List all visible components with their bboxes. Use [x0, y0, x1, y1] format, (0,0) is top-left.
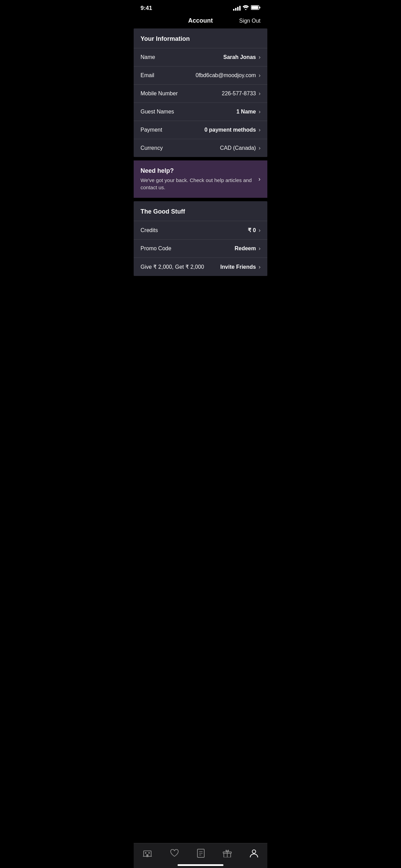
sign-out-button[interactable]: Sign Out — [236, 18, 260, 24]
guest-names-row[interactable]: Guest Names 1 Name › — [134, 103, 267, 121]
currency-value: CAD (Canada) — [220, 145, 256, 151]
currency-chevron: › — [259, 145, 260, 151]
svg-rect-3 — [259, 7, 260, 9]
guest-names-value: 1 Name — [236, 109, 256, 115]
help-title: Need help? — [141, 167, 254, 174]
status-icons — [233, 5, 260, 11]
invite-friends-label: Give ₹ 2,000, Get ₹ 2,000 — [141, 264, 204, 270]
status-bar: 9:41 — [134, 0, 267, 14]
mobile-value: 226-577-8733 — [222, 91, 256, 97]
email-row[interactable]: Email 0fbd6cab@moodjoy.com › — [134, 66, 267, 84]
help-chevron: › — [258, 176, 260, 183]
credits-row[interactable]: Credits ₹ 0 › — [134, 221, 267, 239]
status-time: 9:41 — [141, 5, 152, 12]
svg-rect-2 — [252, 6, 258, 9]
promo-code-chevron: › — [259, 245, 260, 252]
wifi-icon — [243, 5, 249, 11]
your-information-title: Your Information — [134, 28, 267, 48]
invite-friends-row[interactable]: Give ₹ 2,000, Get ₹ 2,000 Invite Friends… — [134, 257, 267, 276]
invite-friends-value: Invite Friends — [220, 264, 256, 270]
guest-names-chevron: › — [259, 109, 260, 115]
good-stuff-section: The Good Stuff Credits ₹ 0 › Promo Code … — [134, 201, 267, 276]
name-row[interactable]: Name Sarah Jonas › — [134, 48, 267, 66]
help-subtitle: We've got your back. Check out help arti… — [141, 177, 254, 191]
mobile-label: Mobile Number — [141, 91, 178, 97]
signal-icon — [233, 6, 241, 11]
name-chevron: › — [259, 54, 260, 60]
email-label: Email — [141, 72, 154, 79]
mobile-chevron: › — [259, 91, 260, 97]
content-scroll: Your Information Name Sarah Jonas › Emai… — [134, 28, 267, 314]
mobile-row[interactable]: Mobile Number 226-577-8733 › — [134, 84, 267, 103]
svg-point-0 — [245, 9, 247, 10]
page-title: Account — [165, 17, 236, 24]
promo-code-label: Promo Code — [141, 245, 171, 252]
promo-code-value: Redeem — [234, 245, 256, 252]
invite-friends-chevron: › — [259, 264, 260, 270]
guest-names-label: Guest Names — [141, 109, 174, 115]
nav-header: Account Sign Out — [134, 14, 267, 28]
name-value: Sarah Jonas — [223, 54, 256, 60]
payment-row[interactable]: Payment 0 payment methods › — [134, 121, 267, 139]
payment-chevron: › — [259, 127, 260, 133]
good-stuff-title: The Good Stuff — [134, 201, 267, 221]
battery-icon — [251, 5, 260, 11]
payment-label: Payment — [141, 127, 162, 133]
help-section[interactable]: Need help? We've got your back. Check ou… — [134, 160, 267, 198]
promo-code-row[interactable]: Promo Code Redeem › — [134, 239, 267, 257]
your-information-section: Your Information Name Sarah Jonas › Emai… — [134, 28, 267, 157]
email-chevron: › — [259, 72, 260, 79]
currency-label: Currency — [141, 145, 163, 151]
currency-row[interactable]: Currency CAD (Canada) › — [134, 139, 267, 157]
credits-label: Credits — [141, 227, 158, 233]
name-label: Name — [141, 54, 155, 60]
credits-chevron: › — [259, 227, 260, 233]
payment-value: 0 payment methods — [204, 127, 256, 133]
email-value: 0fbd6cab@moodjoy.com — [196, 72, 256, 79]
credits-value: ₹ 0 — [248, 227, 256, 233]
